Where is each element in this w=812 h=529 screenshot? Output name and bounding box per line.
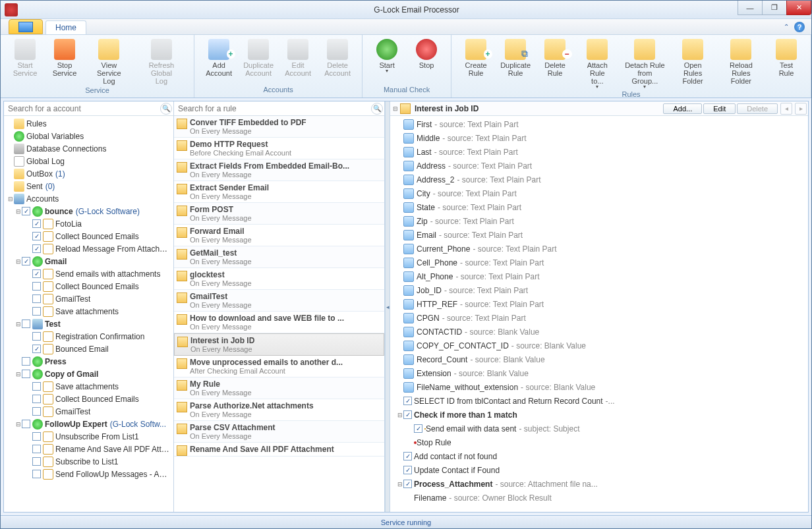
checkbox[interactable]: [22, 320, 30, 328]
view-service-log[interactable]: View ServiceLog: [86, 38, 132, 86]
help-icon[interactable]: ?: [794, 22, 805, 32]
rule-item[interactable]: How to download and save WEB file to ...…: [174, 312, 384, 333]
rule-item[interactable]: glocktestOn Every Message: [174, 268, 384, 290]
tree-row[interactable]: Registration Confirmation: [4, 330, 173, 343]
checkbox[interactable]: [22, 420, 30, 428]
test-rule[interactable]: TestRule: [768, 38, 804, 78]
edit-button[interactable]: Edit: [703, 103, 736, 114]
rule-item[interactable]: GmailTestOn Every Message: [174, 290, 384, 312]
add-button[interactable]: Add...: [663, 103, 702, 114]
tab-home[interactable]: Home: [45, 20, 86, 34]
tree-row[interactable]: Save attachments: [4, 305, 173, 318]
checkbox[interactable]: [22, 370, 30, 378]
field-row[interactable]: Extension - source: Blank Value: [390, 366, 808, 380]
field-row[interactable]: COPY_OF_CONTACT_ID - source: Blank Value: [390, 339, 808, 352]
rule-item[interactable]: Extract Sender EmailOn Every Message: [174, 181, 384, 203]
field-row[interactable]: Email - source: Text Plain Part: [390, 228, 808, 242]
tree-row[interactable]: Unsubscribe From List1: [4, 430, 173, 443]
tree-row[interactable]: Send emails with attachments: [4, 267, 173, 280]
action-row[interactable]: SELECT ID from tblContact and Return Rec…: [390, 394, 808, 408]
checkbox[interactable]: [32, 407, 41, 416]
tree-row[interactable]: GmailTest: [4, 405, 173, 418]
field-row[interactable]: FileName_without_extension - source: Bla…: [390, 380, 808, 394]
tree-row[interactable]: Press: [4, 355, 173, 368]
checkbox[interactable]: [403, 452, 412, 460]
field-row[interactable]: Record_Count - source: Blank Value: [390, 352, 808, 366]
expand-icon[interactable]: ⊟: [14, 371, 22, 377]
checkbox[interactable]: [403, 410, 412, 419]
checkbox[interactable]: [32, 345, 41, 353]
tree-row[interactable]: Rename And Save All PDF Attach: [4, 443, 173, 455]
field-row[interactable]: CPGN - source: Text Plain Part: [390, 311, 808, 325]
tree-row[interactable]: Send FollowUp Messages - AFTEI: [4, 468, 173, 480]
checkbox[interactable]: [32, 470, 41, 478]
tree-row[interactable]: Collect Bounced Emails: [4, 393, 173, 405]
rule-item[interactable]: Move unprocessed emails to another d...A…: [174, 356, 384, 377]
tree-row[interactable]: ⊟Accounts: [4, 192, 173, 205]
collapse-ribbon-icon[interactable]: ⌃: [784, 23, 789, 30]
checkbox[interactable]: [32, 294, 41, 303]
checkbox[interactable]: [403, 466, 412, 474]
tree-row[interactable]: Database Connections: [4, 142, 173, 155]
action-row[interactable]: Send email with data sent - subject: Sub…: [390, 422, 808, 435]
file-menu-button[interactable]: [9, 19, 43, 34]
accounts-tree[interactable]: RulesGlobal VariablesDatabase Connection…: [4, 116, 173, 512]
field-row[interactable]: State - source: Text Plain Part: [390, 200, 808, 214]
action-row[interactable]: Stop Rule: [390, 435, 808, 449]
splitter[interactable]: ◂: [385, 101, 390, 512]
field-row[interactable]: Address_2 - source: Text Plain Part: [390, 173, 808, 186]
expand-icon[interactable]: ⊟: [14, 421, 22, 428]
action-row[interactable]: Add contact if not found: [390, 449, 808, 463]
field-row[interactable]: Cell_Phone - source: Text Plain Part: [390, 256, 808, 269]
tree-row[interactable]: Global Log: [4, 155, 173, 167]
field-row[interactable]: Address - source: Text Plain Part: [390, 159, 808, 173]
action-row[interactable]: Filename - source: Owner Block Result: [390, 491, 808, 505]
checkbox[interactable]: [22, 257, 30, 265]
tree-row[interactable]: Collect Bounced Emails: [4, 280, 173, 292]
rule-item[interactable]: Forward EmailOn Every Message: [174, 225, 384, 246]
close-button[interactable]: ✕: [786, 1, 811, 15]
action-row[interactable]: Update Contact if Found: [390, 463, 808, 477]
rule-item[interactable]: Parse CSV AttachmentOn Every Message: [174, 421, 384, 443]
tree-row[interactable]: Save attachments: [4, 380, 173, 393]
checkbox[interactable]: [32, 219, 41, 228]
rule-item[interactable]: Demo HTTP RequestBefore Checking Email A…: [174, 138, 384, 159]
maximize-button[interactable]: ❐: [762, 1, 787, 15]
checkbox[interactable]: [32, 382, 41, 391]
search-rule-input[interactable]: [174, 103, 371, 115]
tree-row[interactable]: GmailTest: [4, 292, 173, 305]
attach-rule[interactable]: Attach Ruleto...▾: [577, 38, 618, 90]
checkbox[interactable]: [22, 207, 30, 215]
rule-item[interactable]: GetMail_testOn Every Message: [174, 246, 384, 268]
field-row[interactable]: Last - source: Text Plain Part: [390, 145, 808, 159]
tree-row[interactable]: Sent (0): [4, 180, 173, 192]
rule-item[interactable]: Rename And Save All PDF Attachment: [174, 443, 384, 457]
checkbox[interactable]: [403, 397, 412, 405]
checkbox[interactable]: [403, 480, 412, 488]
minimize-button[interactable]: —: [738, 1, 763, 15]
tree-row[interactable]: ⊟bounce(G-Lock Software): [4, 205, 173, 217]
checkbox[interactable]: [32, 232, 41, 240]
stop-manual[interactable]: Stop: [409, 38, 444, 70]
nav-prev-icon[interactable]: ◂: [780, 103, 792, 115]
checkbox[interactable]: [414, 424, 422, 433]
field-row[interactable]: City - source: Text Plain Part: [390, 186, 808, 200]
search-icon[interactable]: 🔍: [371, 103, 383, 115]
field-row[interactable]: Job_ID - source: Text Plain Part: [390, 283, 808, 297]
checkbox[interactable]: [32, 457, 41, 466]
expand-icon[interactable]: ⊟: [396, 412, 403, 418]
rule-item[interactable]: Conver TIFF Embedded to PDFOn Every Mess…: [174, 116, 384, 138]
delete-rule[interactable]: DeleteRule: [537, 38, 573, 78]
checkbox[interactable]: [32, 445, 41, 453]
checkbox[interactable]: [32, 269, 41, 278]
tree-row[interactable]: ⊟FollowUp Expert(G-Lock Softw...: [4, 418, 173, 430]
rule-item[interactable]: Interest in Job IDOn Every Message: [174, 333, 384, 356]
tree-row[interactable]: Rules: [4, 117, 173, 130]
search-account-input[interactable]: [4, 103, 160, 115]
checkbox[interactable]: [32, 395, 41, 403]
expand-icon[interactable]: ⊟: [14, 258, 22, 265]
expand-icon[interactable]: ⊟: [14, 208, 22, 215]
field-row[interactable]: HTTP_REF - source: Text Plain Part: [390, 297, 808, 311]
tree-row[interactable]: OutBox (1): [4, 167, 173, 180]
expand-icon[interactable]: ⊟: [396, 481, 403, 487]
